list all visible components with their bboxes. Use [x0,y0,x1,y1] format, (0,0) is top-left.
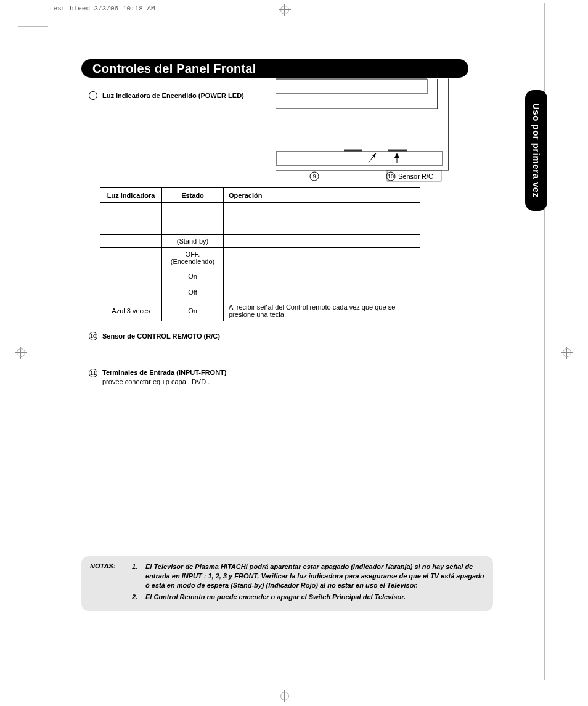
note-item: 1. El Televisor de Plasma HITACHI podrá … [132,562,484,590]
table-row: On [100,268,420,284]
crop-mark-icon [279,690,291,702]
cell-op [224,268,420,284]
cell-luz [100,235,162,248]
table-row: Off [100,284,420,300]
cell-est: On [162,268,224,284]
trim-line [544,3,545,28]
sensor-label: Sensor R/C [398,173,433,180]
tv-corner-diagram: 9 10 Sensor R/C [276,78,468,201]
table-row: OFF. (Encendiendo) [100,248,420,268]
page-meta: test-bleed 3/3/06 10:18 AM [49,5,155,12]
cell-op [224,248,420,268]
callout-10: 10 [388,173,394,179]
cell-op [224,235,420,248]
cell-est: OFF. (Encendiendo) [162,248,224,268]
cell-est: (Stand-by) [162,235,224,248]
cell-luz [100,203,162,235]
notes-label: NOTAS: [90,562,125,604]
item-9: 9 Luz Indicadora de Encendido (POWER LED… [89,91,244,100]
cell-op [224,203,420,235]
th-operacion: Operación [224,188,420,203]
callout-9: 9 [312,173,316,179]
cell-op: Al recibir señal del Control remoto cada… [224,300,420,321]
crop-mark-icon [279,4,291,16]
svg-marker-29 [394,153,399,158]
cell-est: On [162,300,224,321]
th-luz: Luz Indicadora [100,188,162,203]
th-estado: Estado [162,188,224,203]
section-title: Controles del Panel Frontal [81,59,468,78]
crop-mark-icon [15,347,27,359]
side-tab: Uso por primera vez [525,90,547,211]
circled-number-icon: 9 [89,91,97,100]
item-11-body: provee conectar equip capa , DVD . [102,377,227,387]
led-table: Luz Indicadora Estado Operación (Stand-b… [100,187,420,321]
page-body: Controles del Panel Frontal Uso por prim… [48,26,545,680]
item-11-label: Terminales de Entrada (INPUT-FRONT) [102,369,227,376]
cell-op [224,284,420,300]
svg-rect-23 [276,152,443,165]
circled-number-icon: 10 [89,332,97,340]
cell-luz: Azul 3 veces [100,300,162,321]
table-row: (Stand-by) [100,235,420,248]
crop-mark-icon [561,347,573,359]
item-9-label: Luz Indicadora de Encendido (POWER LED) [102,92,244,99]
note-num: 1. [132,562,141,590]
table-row: Azul 3 veces On Al recibir señal del Con… [100,300,420,321]
cell-luz [100,284,162,300]
item-10-label: Sensor de CONTROL REMOTO (R/C) [102,332,220,340]
note-num: 2. [132,593,141,602]
cell-luz [100,268,162,284]
note-text: El Televisor de Plasma HITACHI podrá apa… [145,562,484,590]
trim-line [18,26,48,27]
notes-box: NOTAS: 1. El Televisor de Plasma HITACHI… [81,556,493,611]
item-10: 10 Sensor de CONTROL REMOTO (R/C) [89,332,220,340]
cell-est [162,203,224,235]
cell-luz [100,248,162,268]
item-11: 11 Terminales de Entrada (INPUT-FRONT) p… [89,369,227,387]
cell-est: Off [162,284,224,300]
circled-number-icon: 11 [89,369,97,377]
note-item: 2. El Control Remoto no puede encender o… [132,593,484,602]
table-row [100,203,420,235]
side-tab-label: Uso por primera vez [531,103,542,198]
note-text: El Control Remoto no puede encender o ap… [145,593,406,602]
